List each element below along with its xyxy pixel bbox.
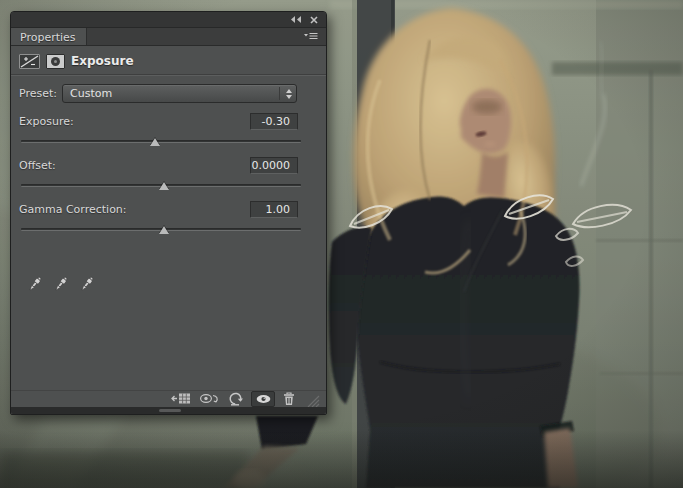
panel-drag-handle[interactable] — [159, 409, 181, 412]
panel-titlebar — [11, 12, 326, 28]
preset-row: Preset: Custom — [19, 84, 297, 103]
preset-selected-value: Custom — [70, 87, 279, 100]
panel-bottom-toolbar — [11, 390, 326, 407]
panel-body: Exposure Preset: Custom Exposure: — [11, 46, 326, 414]
exposure-slider-block: Exposure: -0.30 — [11, 113, 326, 147]
black-point-eyedropper-icon[interactable] — [27, 275, 43, 293]
gamma-head: Gamma Correction: 1.00 — [19, 201, 298, 218]
close-icon[interactable] — [310, 16, 318, 24]
exposure-slider-thumb[interactable] — [150, 138, 160, 146]
preset-select[interactable]: Custom — [62, 84, 297, 103]
exposure-head: Exposure: -0.30 — [19, 113, 298, 130]
exposure-value-field[interactable]: -0.30 — [250, 113, 298, 130]
gamma-slider-block: Gamma Correction: 1.00 — [11, 201, 326, 235]
gamma-slider[interactable] — [21, 225, 301, 235]
eyedropper-group — [27, 275, 326, 293]
tab-bar-filler — [87, 28, 296, 45]
exposure-label: Exposure: — [19, 115, 74, 128]
properties-panel: Properties Exposure Preset: Custom — [10, 11, 327, 415]
spinner-up-arrow — [286, 89, 292, 93]
delete-icon[interactable] — [282, 391, 296, 407]
preset-label: Preset: — [19, 87, 57, 100]
preset-spinner-icon — [279, 87, 292, 100]
screenshot-stage: Properties Exposure Preset: Custom — [0, 0, 683, 488]
gamma-slider-thumb[interactable] — [159, 226, 169, 234]
white-point-eyedropper-icon[interactable] — [79, 275, 95, 293]
offset-value-field[interactable]: 0.0000 — [250, 157, 298, 174]
tab-properties-label: Properties — [20, 31, 76, 44]
clip-to-layer-icon[interactable] — [171, 391, 192, 407]
exposure-slider[interactable] — [21, 137, 301, 147]
offset-label: Offset: — [19, 159, 56, 172]
offset-slider[interactable] — [21, 181, 301, 191]
adjustment-title: Exposure — [71, 54, 134, 68]
panel-empty-area — [11, 293, 326, 390]
gamma-value-field[interactable]: 1.00 — [250, 201, 298, 218]
offset-slider-block: Offset: 0.0000 — [11, 157, 326, 191]
exposure-adjustment-icon — [19, 54, 40, 69]
gamma-label: Gamma Correction: — [19, 203, 127, 216]
header-divider — [11, 74, 326, 76]
offset-head: Offset: 0.0000 — [19, 157, 298, 174]
collapse-to-icons-icon[interactable] — [291, 16, 301, 23]
adjustment-header: Exposure — [11, 46, 326, 70]
midtone-eyedropper-icon[interactable] — [53, 275, 69, 293]
panel-bottom-strip — [11, 407, 326, 414]
panel-tab-bar: Properties — [11, 28, 326, 46]
visibility-eye-icon[interactable] — [251, 391, 275, 407]
tab-properties[interactable]: Properties — [11, 28, 87, 45]
reset-icon[interactable] — [227, 391, 244, 407]
panel-resize-grip[interactable] — [306, 392, 320, 405]
spinner-down-arrow — [286, 95, 292, 99]
view-previous-state-icon[interactable] — [199, 391, 220, 407]
panel-menu-icon[interactable] — [296, 28, 326, 45]
offset-slider-thumb[interactable] — [159, 182, 169, 190]
exposure-slider-track[interactable] — [21, 140, 301, 143]
slider-section: Exposure: -0.30 Offset: 0.0000 — [11, 113, 326, 245]
clip-mask-icon[interactable] — [46, 54, 65, 69]
bottom-fade — [0, 430, 683, 488]
